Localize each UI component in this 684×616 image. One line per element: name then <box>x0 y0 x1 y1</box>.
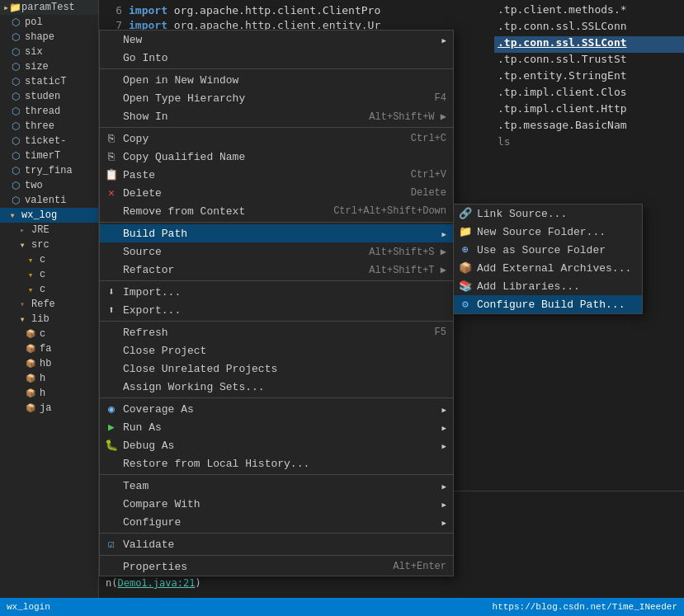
menu-item-configure[interactable]: Configure <box>100 513 453 531</box>
submenu-item-link-source[interactable]: 🔗 Link Source... <box>454 205 642 223</box>
jar-icon: 📦 <box>25 358 36 369</box>
submenu-arrow-compare <box>436 498 446 510</box>
menu-item-copy-qualified[interactable]: ⎘ Copy Qualified Name <box>100 148 453 166</box>
menu-item-compare-with[interactable]: Compare With <box>100 495 453 513</box>
menu-item-export[interactable]: ⬆ Export... <box>100 301 453 319</box>
sidebar-item-thread[interactable]: ⬡ thread <box>0 104 98 119</box>
sidebar-item-shape[interactable]: ⬡ shape <box>0 30 98 45</box>
package-icon: ⬡ <box>10 46 21 58</box>
submenu-arrow-debug <box>436 440 446 452</box>
submenu-item-use-source-folder[interactable]: ⊕ Use as Source Folder <box>454 241 642 259</box>
menu-item-remove-context[interactable]: Remove from Context Ctrl+Alt+Shift+Down <box>100 202 453 220</box>
menu-item-gointo[interactable]: Go Into <box>100 49 453 67</box>
menu-item-properties-label: Properties <box>123 561 187 573</box>
sidebar-item-six[interactable]: ⬡ six <box>0 45 98 59</box>
sidebar-item-jre[interactable]: ▸ JRE <box>0 223 98 237</box>
sidebar-item-statict[interactable]: ⬡ staticT <box>0 74 98 89</box>
sidebar-item-three[interactable]: ⬡ three <box>0 119 98 134</box>
menu-item-close-project[interactable]: Close Project <box>100 341 453 360</box>
menu-separator-4 <box>100 280 453 281</box>
menu-item-team[interactable]: Team <box>100 477 453 495</box>
menu-item-assign-working-sets[interactable]: Assign Working Sets... <box>100 378 453 396</box>
menu-item-open-type-hierarchy-label: Open Type Hierarchy <box>123 92 245 105</box>
code-snippets: .tp.client.methods.* .tp.conn.ssl.SSLCon… <box>494 0 684 152</box>
sidebar-item-c2[interactable]: ▾ c <box>0 267 98 282</box>
submenu-item-add-external-archives-label: Add External Archives... <box>477 262 631 275</box>
submenu-item-new-source-folder[interactable]: 📁 New Source Folder... <box>454 223 642 241</box>
menu-item-open-type-hierarchy[interactable]: Open Type Hierarchy F4 <box>100 89 453 107</box>
run-icon: ▶ <box>105 421 118 434</box>
menu-item-gointo-label: Go Into <box>123 52 168 64</box>
package-icon: ⬡ <box>10 135 21 147</box>
use-source-folder-icon: ⊕ <box>459 243 472 256</box>
submenu-item-add-libraries[interactable]: 📚 Add Libraries... <box>454 277 642 295</box>
menu-item-build-path[interactable]: Build Path <box>100 224 453 242</box>
menu-item-assign-working-sets-label: Assign Working Sets... <box>123 381 265 393</box>
shortcut-remove-context: Ctrl+Alt+Shift+Down <box>314 205 446 217</box>
sidebar-item-valenti[interactable]: ⬡ valenti <box>0 193 98 208</box>
sidebar-item-tryfina[interactable]: ⬡ try_fina <box>0 163 98 178</box>
menu-item-refactor[interactable]: Refactor Alt+Shift+T ▶ <box>100 261 453 279</box>
menu-item-properties[interactable]: Properties Alt+Enter <box>100 557 453 576</box>
menu-item-debug-as-label: Debug As <box>123 440 174 452</box>
menu-item-close-unrelated[interactable]: Close Unrelated Projects <box>100 360 453 378</box>
shortcut-source: Alt+Shift+S ▶ <box>349 246 446 258</box>
menu-item-run-as[interactable]: ▶ Run As <box>100 418 453 436</box>
menu-item-source[interactable]: Source Alt+Shift+S ▶ <box>100 242 453 261</box>
sidebar-item-jar-hb[interactable]: 📦 hb <box>0 356 98 371</box>
sidebar-item-refe[interactable]: ▾ Refe <box>0 297 98 312</box>
sidebar-item-jar-h2[interactable]: 📦 h <box>0 386 98 401</box>
jar-icon: 📦 <box>25 373 36 384</box>
shortcut-refresh: F5 <box>415 327 446 338</box>
sidebar-item-pol[interactable]: ⬡ pol <box>0 15 98 30</box>
sidebar-item-jar-fa[interactable]: 📦 fa <box>0 341 98 356</box>
sidebar-item-studen[interactable]: ⬡ studen <box>0 89 98 104</box>
menu-item-paste[interactable]: 📋 Paste Ctrl+V <box>100 166 453 184</box>
sidebar: ▸📁 paramTest ⬡ pol ⬡ shape ⬡ six ⬡ size … <box>0 0 99 616</box>
add-libraries-icon: 📚 <box>459 280 472 293</box>
sidebar-item-size[interactable]: ⬡ size <box>0 59 98 74</box>
package-icon: ⬡ <box>10 150 21 162</box>
sidebar-item-lib[interactable]: ▾ lib <box>0 312 98 327</box>
menu-item-copy[interactable]: ⎘ Copy Ctrl+C <box>100 129 453 148</box>
menu-item-restore-history[interactable]: Restore from Local History... <box>100 454 453 473</box>
shortcut-properties: Alt+Enter <box>373 561 446 572</box>
sidebar-item-src[interactable]: ▾ src <box>0 237 98 252</box>
menu-separator-1 <box>100 68 453 69</box>
menu-item-close-project-label: Close Project <box>123 345 206 357</box>
menu-item-debug-as[interactable]: 🐛 Debug As <box>100 436 453 454</box>
menu-item-coverage-as[interactable]: ◉ Coverage As <box>100 400 453 418</box>
folder-icon: ▾ <box>17 313 28 325</box>
menu-separator-2 <box>100 127 453 128</box>
add-external-archives-icon: 📦 <box>459 261 472 275</box>
sidebar-item-two[interactable]: ⬡ two <box>0 178 98 193</box>
sidebar-item-paramtest[interactable]: ▸📁 paramTest <box>0 0 98 15</box>
sidebar-item-c1[interactable]: ▾ c <box>0 252 98 267</box>
sidebar-item-ticket[interactable]: ⬡ ticket- <box>0 134 98 148</box>
copy-icon: ⎘ <box>105 132 118 145</box>
configure-build-path-icon: ⚙ <box>459 298 472 311</box>
jar-icon: 📦 <box>25 328 36 340</box>
submenu-item-add-external-archives[interactable]: 📦 Add External Archives... <box>454 259 642 277</box>
menu-item-delete[interactable]: ✕ Delete Delete <box>100 184 453 202</box>
menu-item-open-new-window[interactable]: Open in New Window <box>100 71 453 89</box>
sidebar-item-jar-c[interactable]: 📦 c <box>0 327 98 341</box>
console-link-demo1[interactable]: Demo1.java:21 <box>117 577 195 589</box>
sidebar-item-jar-h1[interactable]: 📦 h <box>0 371 98 386</box>
snippet-5: .tp.entity.StringEnt <box>494 69 684 86</box>
build-path-submenu: 🔗 Link Source... 📁 New Source Folder... … <box>453 204 643 314</box>
menu-item-new[interactable]: New <box>100 31 453 49</box>
sidebar-item-timert[interactable]: ⬡ timerT <box>0 148 98 163</box>
sidebar-item-c3[interactable]: ▾ c <box>0 282 98 297</box>
submenu-item-configure-build-path[interactable]: ⚙ Configure Build Path... <box>454 295 642 313</box>
sidebar-item-wxlogin[interactable]: ▾ wx_log <box>0 208 98 223</box>
java-icon: ▾ <box>25 269 36 280</box>
snippet-6: .tp.impl.client.Clos <box>494 86 684 102</box>
menu-item-validate[interactable]: ☑ Validate <box>100 535 453 553</box>
menu-item-paste-label: Paste <box>123 169 155 181</box>
menu-item-refresh[interactable]: Refresh F5 <box>100 323 453 341</box>
sidebar-item-jar-ja[interactable]: 📦 ja <box>0 401 98 416</box>
menu-item-show-in[interactable]: Show In Alt+Shift+W ▶ <box>100 107 453 125</box>
menu-item-validate-label: Validate <box>123 538 174 551</box>
menu-item-import[interactable]: ⬇ Import... <box>100 283 453 301</box>
